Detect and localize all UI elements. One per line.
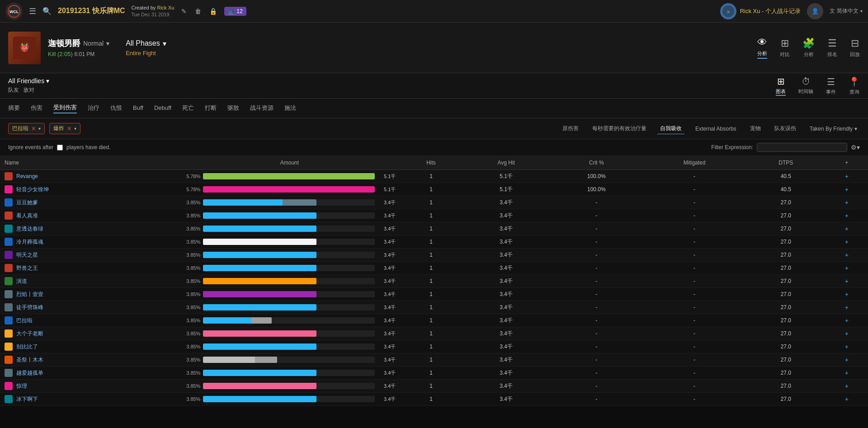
player-name[interactable]: 圣祭丨木木 — [16, 356, 43, 364]
filter-tag-2-dropdown[interactable]: ▾ — [74, 126, 76, 131]
filter-healing[interactable]: 每秒需要的有效治疗量 — [590, 123, 649, 134]
tab-cast[interactable]: 施法 — [284, 104, 296, 113]
col-amount[interactable]: Amount — [179, 156, 400, 170]
ignore-checkbox[interactable] — [57, 145, 63, 151]
filter-tag-2[interactable]: 爆炸 ✕ ▾ — [49, 123, 80, 134]
expand-row-button[interactable]: + — [845, 356, 849, 363]
difficulty-dropdown[interactable]: ▾ — [106, 40, 109, 47]
player-name[interactable]: Revange — [16, 173, 38, 179]
twitch-badge[interactable]: 📺 12 — [224, 7, 246, 16]
filter-expr-input[interactable] — [757, 143, 847, 152]
search-icon[interactable]: 🔍 — [42, 7, 52, 15]
hamburger-icon[interactable]: ☰ — [29, 6, 36, 16]
filter-self-absorb[interactable]: 自我吸收 — [657, 123, 684, 134]
nav-rank[interactable]: ☰ 排名 — [827, 38, 837, 58]
team-label-enemy[interactable]: 敌对 — [24, 86, 34, 94]
tab-healing[interactable]: 治疗 — [88, 104, 99, 113]
player-name[interactable]: 烈焰丨壹壹 — [16, 291, 43, 298]
filter-tag-2-close[interactable]: ✕ — [67, 126, 71, 132]
expand-row-button[interactable]: + — [845, 251, 849, 259]
expand-row-button[interactable]: + — [845, 264, 849, 272]
filter-expr-area: Filter Expression: ⚙▾ — [711, 143, 860, 152]
view-query[interactable]: 📍 查询 — [849, 76, 860, 95]
player-name[interactable]: 豆豆她爹 — [16, 199, 38, 207]
name-cell: 明天之星 — [5, 251, 174, 259]
nav-charts[interactable]: 🧩 分析 — [802, 38, 815, 58]
player-name[interactable]: 看人真准 — [16, 212, 38, 220]
filter-tag-1-dropdown[interactable]: ▾ — [38, 126, 41, 131]
col-avg-hit[interactable]: Avg Hit — [462, 156, 551, 170]
tab-damage-taken[interactable]: 受到伤害 — [53, 103, 77, 113]
expand-row-button[interactable]: + — [845, 317, 849, 324]
view-events[interactable]: ☰ 事件 — [826, 76, 836, 95]
nav-replay[interactable]: ⊟ 回放 — [850, 38, 860, 58]
player-name[interactable]: 野兽之王 — [16, 264, 38, 272]
expand-row-button[interactable]: + — [845, 382, 849, 390]
filter-tag-1-close[interactable]: ✕ — [31, 126, 36, 132]
delete-icon[interactable]: 🗑 — [194, 7, 202, 16]
view-chart[interactable]: ⊞ 图表 — [776, 76, 786, 96]
bar-bg — [203, 265, 375, 271]
bar-amount: 3.4千 — [377, 343, 396, 350]
col-dtps[interactable]: DTPS — [746, 156, 825, 170]
expand-row-button[interactable]: + — [845, 291, 849, 298]
player-name[interactable]: 惊理 — [16, 382, 27, 390]
nav-compare[interactable]: ⊞ 对比 — [780, 38, 790, 58]
expand-row-button[interactable]: + — [845, 395, 849, 403]
player-name[interactable]: 别比比了 — [16, 343, 38, 351]
expand-row-button[interactable]: + — [845, 173, 849, 180]
tab-resource[interactable]: 战斗资源 — [250, 104, 274, 113]
player-name[interactable]: 演道 — [16, 277, 27, 285]
tab-summary[interactable]: 摘要 — [8, 104, 20, 113]
tab-buff[interactable]: Buff — [133, 104, 143, 112]
player-name[interactable]: 大个子老断 — [16, 330, 43, 338]
player-name[interactable]: 冰下啊下 — [16, 395, 38, 403]
filter-ext-absorb[interactable]: External Absorbs — [693, 124, 739, 133]
filter-taken-by[interactable]: Taken By Friendly ▾ — [807, 124, 860, 133]
filter-friendly-fire[interactable]: 队友误伤 — [772, 123, 799, 134]
expand-row-button[interactable]: + — [845, 330, 849, 337]
col-name[interactable]: Name — [0, 156, 179, 170]
phase-selector[interactable]: All Phases ▾ — [126, 39, 166, 48]
player-name[interactable]: 越爱越孤单 — [16, 369, 43, 377]
expand-row-button[interactable]: + — [845, 212, 849, 219]
expand-row-button[interactable]: + — [845, 225, 849, 232]
nav-analyze[interactable]: 👁 分析 — [757, 37, 767, 59]
col-crit[interactable]: Crit % — [551, 156, 642, 170]
filter-pet[interactable]: 宠物 — [747, 123, 764, 134]
player-name[interactable]: 明天之星 — [16, 251, 38, 259]
team-label-ally[interactable]: 队友 — [8, 86, 19, 94]
player-name[interactable]: 意透达春绿 — [16, 225, 43, 233]
tab-threat[interactable]: 仇恨 — [110, 104, 122, 113]
friends-label[interactable]: All Friendlies ▾ — [8, 77, 49, 85]
hits-cell: 1 — [400, 314, 462, 327]
player-name[interactable]: 冷月葬孤魂 — [16, 238, 43, 246]
filter-raw-dmg[interactable]: 原伤害 — [560, 123, 581, 134]
player-name[interactable]: 巴拉啦 — [16, 317, 33, 325]
view-timeline[interactable]: ⏱ 时间轴 — [798, 76, 813, 95]
player-name[interactable]: 徒手劈珠峰 — [16, 304, 43, 311]
expand-row-button[interactable]: + — [845, 343, 849, 350]
player-name[interactable]: 轻音少女徐坤 — [16, 186, 49, 193]
bar-amount: 3.4千 — [377, 304, 396, 311]
player-icon — [5, 185, 13, 193]
expand-row-button[interactable]: + — [845, 186, 849, 193]
col-hits[interactable]: Hits — [400, 156, 462, 170]
tab-interrupt[interactable]: 打断 — [205, 104, 217, 113]
lock-icon[interactable]: 🔒 — [208, 7, 218, 16]
tab-damage[interactable]: 伤害 — [31, 104, 42, 113]
filter-tag-1[interactable]: 巴拉啦 ✕ ▾ — [8, 123, 45, 134]
expand-row-button[interactable]: + — [845, 238, 849, 245]
tab-debuff[interactable]: Debuff — [154, 104, 171, 112]
col-mitigated[interactable]: Mitigated — [642, 156, 746, 170]
expand-row-button[interactable]: + — [845, 277, 849, 285]
language-selector[interactable]: 文 简体中文 ▾ — [830, 7, 863, 15]
tab-dispel[interactable]: 驱散 — [227, 104, 239, 113]
expand-row-button[interactable]: + — [845, 369, 849, 376]
tab-death[interactable]: 死亡 — [182, 104, 194, 113]
expand-row-button[interactable]: + — [845, 199, 849, 206]
expand-row-button[interactable]: + — [845, 304, 849, 311]
gear-icon[interactable]: ⚙▾ — [851, 144, 860, 151]
edit-icon[interactable]: ✎ — [180, 7, 188, 16]
user-avatar[interactable]: 👤 — [807, 3, 823, 19]
